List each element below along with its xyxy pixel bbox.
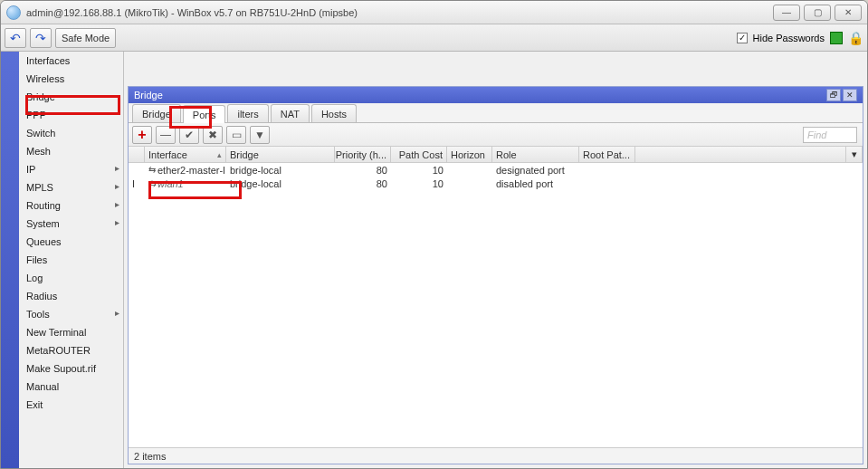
menu-panel: InterfacesWirelessBridgePPPSwitchMeshIP▸…: [19, 52, 124, 468]
row-bridge: bridge-local: [226, 165, 335, 176]
close-button[interactable]: ✕: [835, 5, 862, 21]
add-button[interactable]: +: [132, 126, 152, 144]
chevron-right-icon: ▸: [115, 308, 119, 318]
item-count: 2 items: [134, 451, 166, 462]
redo-icon: ↷: [35, 31, 46, 45]
titlebar: admin@192.168.88.1 (MikroTik) - WinBox v…: [1, 1, 867, 24]
interface-icon: ⇆: [148, 178, 156, 188]
row-path-cost: 10: [391, 178, 447, 189]
detach-icon[interactable]: 🗗: [826, 89, 841, 101]
col-path-cost[interactable]: Path Cost: [391, 147, 447, 162]
menu-item-metarouter[interactable]: MetaROUTER: [19, 341, 123, 359]
menu-item-label: Mesh: [26, 146, 51, 157]
menu-item-queues[interactable]: Queues: [19, 233, 123, 251]
status-bar: 2 items: [129, 447, 863, 464]
bridge-tabs: BridgePortsiltersNATHosts: [129, 103, 863, 123]
menu-item-tools[interactable]: Tools▸: [19, 305, 123, 323]
menu-item-label: Log: [26, 273, 43, 283]
chevron-right-icon: ▸: [115, 163, 119, 173]
col-bridge[interactable]: Bridge: [226, 147, 335, 162]
col-flag[interactable]: [129, 147, 145, 162]
row-bridge: bridge-local: [226, 178, 335, 189]
menu-item-make-supout-rif[interactable]: Make Supout.rif: [19, 359, 123, 378]
menu-item-wireless[interactable]: Wireless: [19, 70, 123, 88]
hide-passwords-checkbox[interactable]: ✓: [737, 33, 748, 43]
safe-mode-button[interactable]: Safe Mode: [55, 28, 116, 48]
bridge-titlebar[interactable]: Bridge 🗗 ✕: [129, 87, 863, 103]
redo-button[interactable]: ↷: [30, 28, 52, 48]
menu-item-switch[interactable]: Switch: [19, 124, 123, 142]
menu-item-label: Routing: [26, 200, 61, 211]
menu-item-routing[interactable]: Routing▸: [19, 196, 123, 215]
menu-item-label: Manual: [26, 381, 59, 392]
disable-button[interactable]: ✖: [203, 126, 223, 144]
menu-item-label: Queues: [26, 236, 62, 247]
menu-item-ppp[interactable]: PPP: [19, 106, 123, 124]
col-root-path[interactable]: Root Pat...: [579, 147, 635, 162]
interface-icon: ⇆: [148, 165, 156, 175]
window-title: admin@192.168.88.1 (MikroTik) - WinBox v…: [26, 7, 773, 18]
menu-item-system[interactable]: System▸: [19, 215, 123, 233]
columns-dropdown[interactable]: ▾: [846, 147, 863, 162]
hide-passwords-label: Hide Passwords: [753, 33, 825, 43]
bridge-window: Bridge 🗗 ✕ BridgePortsiltersNATHosts + —…: [128, 86, 863, 464]
menu-item-label: IP: [26, 164, 35, 175]
row-flag: I: [129, 178, 145, 189]
bridge-title: Bridge: [134, 90, 163, 100]
tab-ilters[interactable]: ilters: [227, 104, 268, 122]
menu-item-label: PPP: [26, 110, 46, 120]
menu-item-label: Tools: [26, 309, 50, 320]
row-role: disabled port: [492, 178, 579, 189]
col-priority[interactable]: Priority (h...: [335, 147, 391, 162]
chevron-right-icon: ▸: [115, 217, 119, 227]
menu-item-new-terminal[interactable]: New Terminal: [19, 323, 123, 341]
bridge-toolbar: + — ✔ ✖ ▭ ▼ Find: [129, 123, 863, 147]
maximize-button[interactable]: ▢: [804, 5, 831, 21]
menu-item-mpls[interactable]: MPLS▸: [19, 178, 123, 196]
row-priority: 80: [335, 165, 391, 176]
menu-item-label: Interfaces: [26, 55, 70, 66]
menu-item-manual[interactable]: Manual: [19, 378, 123, 396]
menu-item-interfaces[interactable]: Interfaces: [19, 52, 123, 70]
col-horizon[interactable]: Horizon: [447, 147, 492, 162]
menu-item-radius[interactable]: Radius: [19, 287, 123, 305]
tab-bridge[interactable]: Bridge: [132, 104, 181, 122]
grid-body[interactable]: ⇆ether2-master-lbridge-local8010designat…: [129, 163, 863, 447]
menu-item-label: Bridge: [26, 91, 55, 102]
menu-item-mesh[interactable]: Mesh: [19, 142, 123, 160]
menu-item-ip[interactable]: IP▸: [19, 160, 123, 178]
row-role: designated port: [492, 165, 579, 176]
enable-button[interactable]: ✔: [179, 126, 199, 144]
find-input[interactable]: Find: [803, 127, 857, 143]
main-area: InterfacesWirelessBridgePPPSwitchMeshIP▸…: [1, 52, 867, 468]
menu-item-label: Exit: [26, 399, 43, 410]
table-row[interactable]: I⇆wlan1bridge-local8010disabled port: [129, 177, 863, 190]
col-spacer: [635, 147, 846, 162]
tab-nat[interactable]: NAT: [271, 104, 310, 122]
menu-item-label: Radius: [26, 291, 57, 302]
status-box-icon: [830, 32, 843, 44]
menu-item-log[interactable]: Log: [19, 269, 123, 287]
undo-icon: ↶: [10, 31, 21, 45]
chevron-right-icon: ▸: [115, 199, 119, 209]
table-row[interactable]: ⇆ether2-master-lbridge-local8010designat…: [129, 163, 863, 177]
menu-item-label: Make Supout.rif: [26, 363, 96, 374]
menu-item-files[interactable]: Files: [19, 251, 123, 269]
filter-button[interactable]: ▼: [250, 126, 270, 144]
content-area: Bridge 🗗 ✕ BridgePortsiltersNATHosts + —…: [124, 52, 867, 468]
menu-item-exit[interactable]: Exit: [19, 396, 123, 414]
comment-button[interactable]: ▭: [226, 126, 246, 144]
menu-item-bridge[interactable]: Bridge: [19, 88, 123, 106]
undo-button[interactable]: ↶: [5, 28, 26, 48]
menu-item-label: MetaROUTER: [26, 345, 91, 356]
tab-ports[interactable]: Ports: [183, 105, 226, 123]
minimize-button[interactable]: —: [773, 5, 800, 21]
remove-button[interactable]: —: [156, 126, 176, 144]
col-interface[interactable]: Interface▴: [145, 147, 226, 162]
row-priority: 80: [335, 178, 391, 189]
menu-item-label: Files: [26, 254, 47, 265]
row-interface: ⇆ether2-master-l: [145, 165, 226, 176]
tab-hosts[interactable]: Hosts: [311, 104, 357, 122]
close-icon[interactable]: ✕: [843, 89, 857, 101]
col-role[interactable]: Role: [492, 147, 579, 162]
